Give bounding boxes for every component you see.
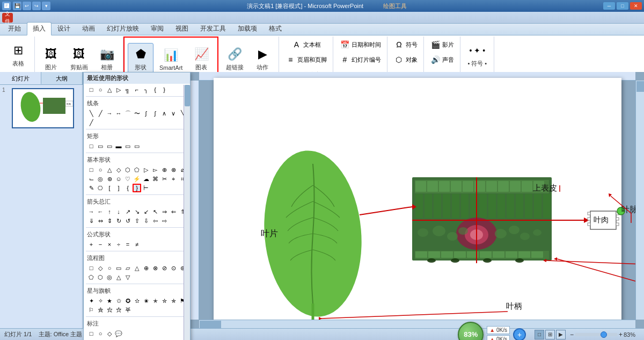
dropdown-icon[interactable]: ▾: [42, 2, 50, 10]
flow-shape[interactable]: ▭: [114, 264, 123, 272]
star-shape[interactable]: ★: [105, 296, 114, 305]
basic-shape[interactable]: ◇: [114, 165, 123, 174]
basic-shape[interactable]: △: [105, 165, 114, 174]
shape-item[interactable]: }: [160, 85, 169, 94]
sound-button[interactable]: 🔊 声音: [427, 53, 457, 67]
table-button[interactable]: ⊞ 表格: [5, 39, 31, 70]
basic-shape[interactable]: ◎: [96, 175, 105, 183]
arrow-shape[interactable]: ⇩: [142, 216, 150, 225]
flow-shape[interactable]: △: [133, 264, 141, 272]
line-shape[interactable]: ↔: [114, 109, 123, 118]
arrow-shape[interactable]: ⇧: [133, 216, 141, 225]
flow-shape[interactable]: ⊘: [160, 264, 169, 272]
pp-logo-icon[interactable]: 🅿: [2, 2, 11, 10]
shape-item[interactable]: △: [105, 85, 114, 94]
basic-shape[interactable]: ⊕: [160, 165, 169, 174]
line-shape[interactable]: ╱: [96, 109, 105, 118]
zoom-add-button[interactable]: +: [513, 328, 526, 341]
arrow-shape[interactable]: ⇒: [160, 207, 169, 216]
basic-shape[interactable]: ⌖: [169, 175, 178, 183]
hyperlink-button[interactable]: 🔗 超链接: [222, 43, 247, 74]
basic-shape[interactable]: ⌘: [151, 175, 159, 183]
panel-scrollbar[interactable]: [184, 84, 190, 340]
clipart-button[interactable]: 🖼 剪贴画: [66, 43, 92, 74]
slideshow-button[interactable]: ▶: [556, 330, 566, 339]
maximize-button[interactable]: □: [617, 2, 628, 10]
action-button[interactable]: ▶ 动作: [250, 43, 275, 74]
rect-shape[interactable]: ▭: [105, 142, 114, 150]
tab-insert[interactable]: 插入: [27, 22, 52, 35]
basic-shape[interactable]: ♡: [123, 175, 132, 183]
arrow-shape[interactable]: ↑: [105, 207, 114, 216]
tab-slideshow[interactable]: 幻灯片放映: [101, 22, 145, 35]
tab-developer[interactable]: 开发工具: [194, 22, 232, 35]
shape-item[interactable]: ○: [96, 85, 105, 94]
slidenum-button[interactable]: # 幻灯片编号: [336, 53, 384, 67]
vertical-scrollbar[interactable]: [635, 81, 644, 320]
flow-shape[interactable]: △: [114, 273, 123, 281]
shape-item[interactable]: ╗: [123, 85, 132, 94]
basic-shape[interactable]: ⌙: [87, 175, 96, 183]
line-shape[interactable]: ╲: [87, 109, 96, 118]
formula-shape[interactable]: ÷: [114, 240, 123, 249]
callout-shape[interactable]: □: [87, 329, 96, 338]
formula-shape[interactable]: −: [96, 240, 105, 249]
flow-shape[interactable]: ⊗: [151, 264, 159, 272]
formula-shape[interactable]: +: [87, 240, 96, 249]
arrow-shape[interactable]: ↻: [114, 216, 123, 225]
basic-shape[interactable]: ⚡: [133, 175, 141, 183]
flow-shape[interactable]: ⬠: [87, 273, 96, 281]
line-shape[interactable]: ∧: [160, 109, 169, 118]
arrow-shape[interactable]: ⇔: [96, 216, 105, 225]
rect-shape[interactable]: ▬: [114, 142, 123, 150]
arrow-shape[interactable]: ⇦: [151, 216, 159, 225]
basic-shape[interactable]: [: [105, 184, 114, 192]
object-button[interactable]: ⬡ 对象: [391, 53, 420, 67]
line-shape[interactable]: ∫: [151, 109, 159, 118]
basic-shape[interactable]: {: [123, 184, 132, 192]
arrow-shape[interactable]: →: [87, 207, 96, 216]
basic-shape[interactable]: ]: [114, 184, 123, 192]
basic-shape[interactable]: ✎: [87, 184, 96, 192]
basic-shape[interactable]: ⊢: [142, 184, 150, 192]
basic-shape-selected[interactable]: }: [133, 184, 141, 192]
star-shape[interactable]: ⚐: [87, 306, 96, 314]
basic-shape[interactable]: ☺: [114, 175, 123, 183]
scroll-thumb-h[interactable]: [200, 321, 221, 328]
arrow-shape[interactable]: ↘: [133, 207, 141, 216]
basic-shape[interactable]: ▷: [142, 165, 150, 174]
star-shape[interactable]: ✧: [96, 296, 105, 305]
movie-button[interactable]: 🎬 影片: [427, 38, 457, 52]
callout-shape[interactable]: ○: [96, 329, 105, 338]
redo-icon[interactable]: ↪: [32, 2, 41, 10]
tab-home[interactable]: 开始: [2, 22, 27, 35]
smartart-button[interactable]: 📊 SmartArt: [156, 44, 186, 74]
undo-icon[interactable]: ↩: [23, 2, 31, 10]
textbox-button[interactable]: A 文本框: [288, 38, 324, 52]
tab-animation[interactable]: 动画: [76, 22, 101, 35]
arrow-shape[interactable]: ⇕: [105, 216, 114, 225]
flow-shape[interactable]: ⊕: [142, 264, 150, 272]
minimize-button[interactable]: ─: [603, 2, 615, 10]
arrow-shape[interactable]: ⇐: [169, 207, 178, 216]
formula-shape[interactable]: ≠: [133, 240, 141, 249]
shape-item[interactable]: ⌐: [133, 85, 141, 94]
star-shape[interactable]: ✮: [160, 296, 169, 305]
star-shape[interactable]: ⛥: [105, 306, 114, 314]
rect-shape[interactable]: ▭: [96, 142, 105, 150]
star-shape[interactable]: ✫: [133, 296, 141, 305]
star-shape[interactable]: ✯: [169, 296, 178, 305]
scrollbar-thumb[interactable]: [185, 85, 190, 106]
basic-shape[interactable]: ▻: [151, 165, 159, 174]
arrow-shape[interactable]: ⇨: [160, 216, 169, 225]
slide-thumbnail-1[interactable]: 叶肉: [12, 88, 74, 128]
slidesorter-button[interactable]: ⊞: [545, 330, 555, 339]
scrollbar-track[interactable]: [184, 85, 190, 340]
zoom-slider-track[interactable]: [575, 333, 618, 336]
star-shape[interactable]: ✦: [87, 296, 96, 305]
tab-addins[interactable]: 加载项: [232, 22, 263, 35]
formula-shape[interactable]: =: [123, 240, 132, 249]
panel-tab-slides[interactable]: 幻灯片: [0, 72, 41, 84]
star-shape[interactable]: ✭: [151, 296, 159, 305]
arrow-shape[interactable]: ↺: [123, 216, 132, 225]
